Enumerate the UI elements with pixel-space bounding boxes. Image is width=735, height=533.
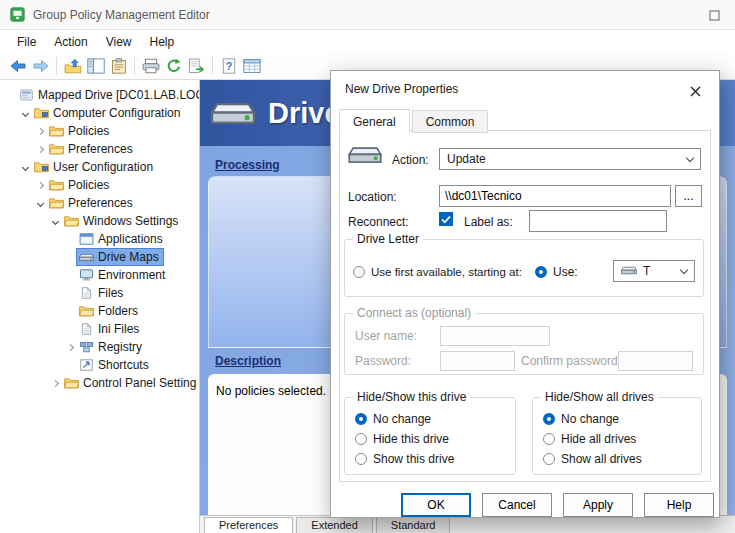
radio-use-first-available[interactable]: Use first available, starting at: bbox=[353, 265, 522, 279]
action-label: Action: bbox=[392, 153, 429, 167]
radio-label: Show all drives bbox=[561, 452, 642, 466]
radio-label: No change bbox=[373, 412, 431, 426]
menu-action[interactable]: Action bbox=[45, 32, 96, 52]
tree-item-registry[interactable]: Registry bbox=[0, 338, 199, 356]
toolbar-show-console-tree-icon[interactable] bbox=[84, 55, 107, 78]
chevron-right-icon[interactable] bbox=[34, 143, 47, 156]
radio-hide-all-drives[interactable]: Hide all drives bbox=[543, 432, 642, 446]
tree-item-computer-configuration[interactable]: Computer Configuration bbox=[0, 104, 199, 122]
drive-letter-value: T bbox=[643, 264, 650, 278]
chevron-spacer bbox=[64, 305, 77, 318]
browse-button[interactable]: ... bbox=[675, 185, 702, 207]
menu-help[interactable]: Help bbox=[141, 32, 184, 52]
toolbar-back-icon[interactable] bbox=[6, 55, 29, 78]
tree-item-user-configuration[interactable]: User Configuration bbox=[0, 158, 199, 176]
label-as-input[interactable] bbox=[529, 210, 667, 232]
radio-label: No change bbox=[561, 412, 619, 426]
radio-show-this-drive[interactable]: Show this drive bbox=[355, 452, 454, 466]
radio-no-change[interactable]: No change bbox=[355, 412, 454, 426]
tree-item-ini-files[interactable]: Ini Files bbox=[0, 320, 199, 338]
menu-view[interactable]: View bbox=[97, 32, 141, 52]
radio-hide-this-drive[interactable]: Hide this drive bbox=[355, 432, 454, 446]
toolbar-properties-icon[interactable] bbox=[107, 55, 130, 78]
chevron-right-icon[interactable] bbox=[34, 179, 47, 192]
toolbar-separator bbox=[134, 57, 135, 75]
tree-item-content: Control Panel Setting bbox=[62, 375, 200, 391]
description-text: No policies selected. bbox=[216, 384, 326, 398]
location-input[interactable] bbox=[439, 185, 671, 207]
cancel-button[interactable]: Cancel bbox=[482, 493, 552, 517]
tree-item-preferences[interactable]: Preferences bbox=[0, 194, 199, 212]
maximize-button[interactable] bbox=[707, 9, 721, 22]
shortcuts-icon bbox=[79, 359, 94, 371]
chevron-spacer bbox=[4, 89, 17, 102]
toolbar-help-icon[interactable]: ? bbox=[217, 55, 240, 78]
description-link[interactable]: Description bbox=[215, 354, 281, 368]
close-button[interactable] bbox=[681, 80, 709, 102]
toolbar-table-view-icon[interactable] bbox=[240, 55, 263, 78]
tree-item-mapped-drive-dc01-lab-loca[interactable]: Mapped Drive [DC01.LAB.LOCA bbox=[0, 86, 199, 104]
config-icon bbox=[34, 107, 49, 119]
tree-item-windows-settings[interactable]: Windows Settings bbox=[0, 212, 199, 230]
radio-icon bbox=[543, 413, 555, 425]
tree-item-label: Control Panel Setting bbox=[83, 376, 196, 390]
location-label: Location: bbox=[348, 190, 397, 204]
toolbar-print-icon[interactable] bbox=[139, 55, 162, 78]
toolbar-up-one-level-icon[interactable] bbox=[61, 55, 84, 78]
view-tab-preferences[interactable]: Preferences bbox=[204, 517, 293, 533]
action-select[interactable]: Update bbox=[439, 148, 701, 170]
drive-letter-select[interactable]: T bbox=[613, 260, 695, 282]
reconnect-checkbox[interactable] bbox=[439, 212, 453, 226]
tab-general[interactable]: General bbox=[339, 109, 410, 133]
tree-item-preferences[interactable]: Preferences bbox=[0, 140, 199, 158]
tree-item-policies[interactable]: Policies bbox=[0, 122, 199, 140]
tree-item-content: Windows Settings bbox=[62, 213, 182, 229]
radio-label: Show this drive bbox=[373, 452, 454, 466]
tree-item-drive-maps[interactable]: Drive Maps bbox=[0, 248, 199, 266]
hide-this-legend: Hide/Show this drive bbox=[353, 390, 470, 404]
menu-file[interactable]: File bbox=[8, 32, 45, 52]
chevron-right-icon[interactable] bbox=[49, 377, 62, 390]
toolbar-export-list-icon[interactable] bbox=[185, 55, 208, 78]
tree-item-environment[interactable]: Environment bbox=[0, 266, 199, 284]
tree-item-shortcuts[interactable]: Shortcuts bbox=[0, 356, 199, 374]
chevron-down-icon[interactable] bbox=[19, 107, 32, 120]
chevron-down-icon[interactable] bbox=[49, 215, 62, 228]
help-button[interactable]: Help bbox=[644, 493, 714, 517]
drive-icon bbox=[621, 264, 637, 279]
connect-as-legend: Connect as (optional) bbox=[353, 306, 475, 320]
radio-show-all-drives[interactable]: Show all drives bbox=[543, 452, 642, 466]
hide-all-legend: Hide/Show all drives bbox=[541, 390, 658, 404]
tab-common[interactable]: Common bbox=[412, 110, 489, 133]
toolbar-refresh-icon[interactable] bbox=[162, 55, 185, 78]
confirm-password-label: Confirm password: bbox=[521, 354, 621, 368]
chevron-right-icon[interactable] bbox=[64, 341, 77, 354]
gpo-icon bbox=[19, 89, 34, 101]
chevron-down-icon[interactable] bbox=[34, 197, 47, 210]
chevron-right-icon[interactable] bbox=[34, 125, 47, 138]
tree-item-content: Files bbox=[77, 285, 127, 301]
apply-button[interactable]: Apply bbox=[563, 493, 633, 517]
tree-item-label: Computer Configuration bbox=[53, 106, 180, 120]
processing-link[interactable]: Processing bbox=[215, 158, 280, 172]
tree-item-control-panel-setting[interactable]: Control Panel Setting bbox=[0, 374, 199, 392]
tree-item-policies[interactable]: Policies bbox=[0, 176, 199, 194]
tree-item-files[interactable]: Files bbox=[0, 284, 199, 302]
hide-all-drives-options: No changeHide all drivesShow all drives bbox=[543, 412, 642, 466]
view-tab-extended[interactable]: Extended bbox=[296, 517, 372, 533]
radio-use[interactable]: Use: bbox=[535, 265, 578, 279]
files-icon bbox=[79, 323, 94, 335]
tree-item-content: Ini Files bbox=[77, 321, 143, 337]
chevron-down-icon[interactable] bbox=[19, 161, 32, 174]
tree-item-content: Environment bbox=[77, 267, 169, 283]
folder-icon bbox=[79, 305, 94, 317]
radio-icon bbox=[543, 453, 555, 465]
radio-no-change[interactable]: No change bbox=[543, 412, 642, 426]
tree-item-applications[interactable]: Applications bbox=[0, 230, 199, 248]
ok-button[interactable]: OK bbox=[401, 493, 471, 517]
files-icon bbox=[79, 287, 94, 299]
chevron-down-icon bbox=[686, 153, 694, 161]
view-tab-standard[interactable]: Standard bbox=[376, 517, 451, 533]
tree-item-folders[interactable]: Folders bbox=[0, 302, 199, 320]
toolbar-forward-icon[interactable] bbox=[29, 55, 52, 78]
